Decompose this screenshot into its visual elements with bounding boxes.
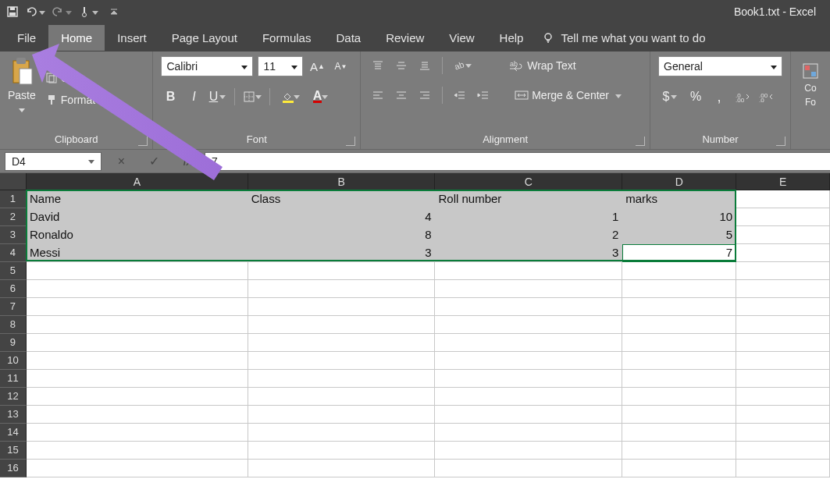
cell-D6[interactable] (622, 280, 736, 298)
col-header-C[interactable]: C (435, 173, 622, 190)
italic-button[interactable]: I (184, 87, 203, 106)
cell-E15[interactable] (736, 442, 830, 460)
cell-D15[interactable] (622, 442, 736, 460)
row-header-11[interactable]: 11 (0, 370, 27, 388)
cell-D1[interactable]: marks (622, 190, 736, 208)
select-all-corner[interactable] (0, 173, 27, 190)
cell-D9[interactable] (622, 334, 736, 352)
cell-A8[interactable] (27, 316, 248, 334)
row-header-7[interactable]: 7 (0, 298, 27, 316)
copy-button[interactable]: Co (42, 70, 109, 86)
cell-B16[interactable] (248, 460, 436, 477)
cell-A9[interactable] (27, 334, 248, 352)
cell-C5[interactable] (435, 262, 622, 280)
cell-A10[interactable] (27, 352, 248, 370)
cell-A14[interactable] (27, 424, 248, 442)
cell-D11[interactable] (622, 370, 736, 388)
cell-A1[interactable]: Name (27, 190, 248, 208)
enter-button[interactable]: ✓ (145, 154, 164, 169)
align-right-button[interactable] (415, 86, 434, 105)
row-header-3[interactable]: 3 (0, 226, 27, 244)
cell-B14[interactable] (248, 424, 436, 442)
cell-E10[interactable] (736, 352, 830, 370)
tab-view[interactable]: View (436, 25, 486, 51)
tell-me-search[interactable]: Tell me what you want to do (542, 31, 705, 44)
cell-E2[interactable] (736, 208, 830, 226)
cell-C14[interactable] (435, 424, 622, 442)
cell-B1[interactable]: Class (248, 190, 436, 208)
row-header-12[interactable]: 12 (0, 388, 27, 406)
row-header-2[interactable]: 2 (0, 208, 27, 226)
col-header-D[interactable]: D (622, 173, 736, 190)
col-header-A[interactable]: A (27, 173, 248, 190)
row-header-14[interactable]: 14 (0, 424, 27, 442)
cell-A4[interactable]: Messi (27, 244, 248, 262)
cell-C13[interactable] (435, 406, 622, 424)
cell-E12[interactable] (736, 388, 830, 406)
save-button[interactable] (6, 5, 19, 18)
cell-C9[interactable] (435, 334, 622, 352)
percent-button[interactable]: % (686, 87, 705, 106)
cell-A11[interactable] (27, 370, 248, 388)
row-header-10[interactable]: 10 (0, 352, 27, 370)
tab-page-layout[interactable]: Page Layout (159, 25, 250, 51)
cell-A3[interactable]: Ronaldo (27, 226, 248, 244)
align-center-button[interactable] (392, 86, 411, 105)
cell-C11[interactable] (435, 370, 622, 388)
font-size-combo[interactable]: 11 (258, 56, 303, 76)
increase-font-button[interactable]: A▲ (308, 57, 326, 76)
cell-E11[interactable] (736, 370, 830, 388)
touch-mode-button[interactable] (78, 5, 98, 18)
cell-B8[interactable] (248, 316, 436, 334)
wrap-text-button[interactable]: ab Wrap Text (507, 58, 579, 73)
cell-D13[interactable] (622, 406, 736, 424)
cell-B12[interactable] (248, 388, 436, 406)
decrease-decimal-button[interactable]: .00.0 (757, 87, 775, 106)
merge-center-button[interactable]: Merge & Center (511, 87, 625, 103)
cancel-button[interactable]: × (112, 154, 130, 169)
comma-button[interactable]: , (710, 87, 728, 106)
cell-B6[interactable] (248, 280, 436, 298)
cell-A2[interactable]: David (27, 208, 248, 226)
cell-E16[interactable] (736, 460, 830, 477)
cell-D2[interactable]: 10 (622, 208, 736, 226)
cell-C7[interactable] (435, 298, 622, 316)
cell-D16[interactable] (622, 460, 736, 477)
cell-B10[interactable] (248, 352, 436, 370)
dialog-launcher-icon[interactable] (346, 137, 355, 146)
orientation-button[interactable]: ab (451, 56, 474, 75)
currency-button[interactable]: $ (658, 87, 682, 106)
cell-E13[interactable] (736, 406, 830, 424)
cell-D3[interactable]: 5 (622, 226, 736, 244)
row-header-9[interactable]: 9 (0, 334, 27, 352)
dialog-launcher-icon[interactable] (776, 137, 785, 146)
cell-C10[interactable] (435, 352, 622, 370)
cell-B5[interactable] (248, 262, 436, 280)
cell-A13[interactable] (27, 406, 248, 424)
cell-B7[interactable] (248, 298, 436, 316)
conditional-formatting-button[interactable]: Co Fo (799, 61, 822, 109)
font-name-combo[interactable]: Calibri (161, 56, 253, 76)
row-header-5[interactable]: 5 (0, 262, 27, 280)
row-header-6[interactable]: 6 (0, 280, 27, 298)
format-painter-button[interactable]: Format P (42, 92, 109, 108)
cell-C1[interactable]: Roll number (435, 190, 622, 208)
cell-B13[interactable] (248, 406, 436, 424)
cell-D14[interactable] (622, 424, 736, 442)
cell-A16[interactable] (27, 460, 248, 477)
underline-button[interactable]: U (208, 87, 226, 106)
cell-A7[interactable] (27, 298, 248, 316)
row-header-16[interactable]: 16 (0, 460, 27, 477)
cell-E6[interactable] (736, 280, 830, 298)
font-color-button[interactable]: A (308, 87, 333, 106)
cell-B2[interactable]: 4 (248, 208, 436, 226)
fx-button[interactable]: fx (179, 154, 198, 169)
cell-C2[interactable]: 1 (435, 208, 622, 226)
cell-C8[interactable] (435, 316, 622, 334)
tab-help[interactable]: Help (487, 25, 536, 51)
redo-button[interactable] (52, 5, 72, 18)
cell-C4[interactable]: 3 (435, 244, 622, 262)
fill-color-button[interactable] (278, 87, 303, 106)
row-header-8[interactable]: 8 (0, 316, 27, 334)
cell-D10[interactable] (622, 352, 736, 370)
